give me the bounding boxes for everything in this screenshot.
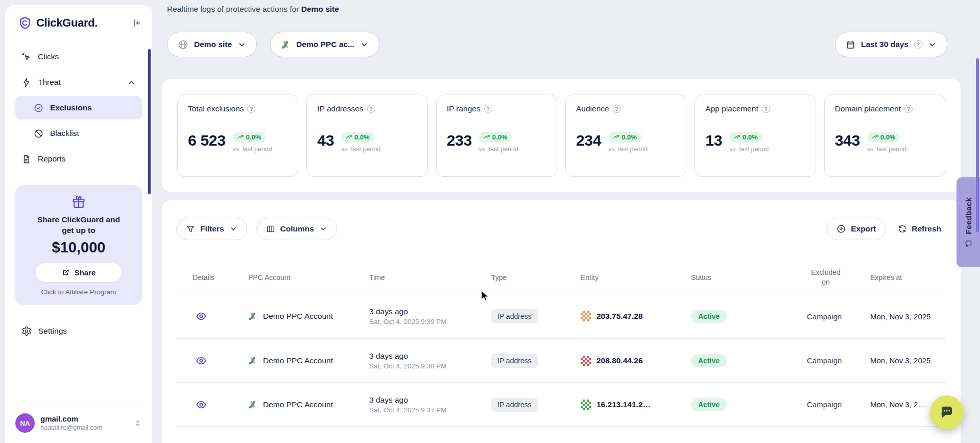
trend-up-icon [237, 134, 244, 141]
external-link-icon [62, 268, 70, 276]
clickguard-logo-icon [18, 16, 32, 30]
date-range-selector[interactable]: Last 30 days ? [835, 32, 947, 57]
page-scrollbar[interactable] [976, 58, 979, 232]
expires-at-value: Mon, Nov 3, 2025 [870, 356, 946, 365]
table-row: Demo PPC Account 3 days agoSat, Oct 4, 2… [176, 294, 946, 338]
sidebar-item-label: Exclusions [50, 103, 92, 112]
export-button[interactable]: Export [827, 218, 886, 240]
stat-card-total-exclusions: Total exclusions? 6 523 0.0% vs. last pe… [177, 95, 298, 177]
type-badge: IP address [491, 354, 538, 368]
help-icon[interactable]: ? [613, 105, 621, 113]
collapse-sidebar-button[interactable] [131, 17, 142, 29]
sidebar-item-label: Blacklist [50, 129, 79, 138]
refresh-icon [898, 224, 907, 234]
chevron-down-icon [229, 225, 237, 233]
entity-identicon [581, 400, 591, 410]
entity-value: 16.213.141.2… [596, 400, 651, 409]
shield-check-icon [34, 103, 43, 113]
stat-card-audience: Audience? 234 0.0% vs. last period [565, 95, 686, 177]
entity-value: 203.75.47.28 [596, 312, 643, 321]
time-relative: 3 days ago [369, 352, 491, 361]
promo-message: Share ClickGuard and get up to [23, 215, 134, 236]
ppc-account-selector-value: Demo PPC ac... [296, 40, 354, 49]
help-icon[interactable]: ? [484, 105, 492, 113]
filters-button-label: Filters [200, 224, 224, 234]
sidebar-item-clicks[interactable]: Clicks [15, 45, 142, 68]
gear-icon [21, 326, 32, 336]
sidebar-item-settings[interactable]: Settings [15, 319, 142, 343]
site-selector[interactable]: Demo site [167, 32, 257, 57]
eye-icon [196, 311, 207, 322]
trend-up-icon [346, 134, 352, 141]
subtitle-site-name: Demo site [301, 5, 339, 13]
time-relative: 3 days ago [369, 395, 491, 405]
chat-launcher-button[interactable] [930, 395, 964, 429]
trend-up-icon [484, 134, 490, 141]
eye-icon [196, 355, 207, 366]
chevron-up-down-icon [133, 419, 142, 428]
help-icon[interactable]: ? [247, 105, 255, 113]
stat-value: 343 [835, 133, 860, 148]
column-header-type: Type [491, 273, 581, 282]
entity-identicon [581, 311, 591, 321]
sidebar-scrollbar[interactable] [148, 49, 151, 194]
stat-label: Audience [576, 104, 609, 113]
affiliate-link[interactable]: Click to Affiliate Program [23, 288, 134, 296]
stat-sub: vs. last period [341, 146, 380, 153]
table-header-row: Details PPC Account Time Type Entity Sta… [176, 261, 946, 294]
help-icon[interactable]: ? [367, 105, 375, 113]
sidebar-item-reports[interactable]: Reports [15, 147, 142, 171]
share-button[interactable]: Share [36, 263, 122, 282]
chevron-down-icon [928, 40, 937, 49]
entity-identicon [581, 356, 591, 366]
help-icon[interactable]: ? [904, 105, 913, 113]
stat-label: Domain placement [835, 104, 901, 113]
columns-button[interactable]: Columns [256, 218, 337, 240]
sidebar: ClickGuard. Clicks Threat [5, 5, 152, 443]
status-badge: Active [691, 354, 727, 367]
chat-bubble-icon [939, 405, 954, 420]
stat-value: 233 [447, 133, 472, 148]
view-details-button[interactable] [194, 353, 209, 368]
stat-sub: vs. last period [233, 146, 272, 153]
chevron-down-icon [360, 40, 369, 49]
sidebar-item-exclusions[interactable]: Exclusions [15, 96, 142, 120]
stats-panel: Total exclusions? 6 523 0.0% vs. last pe… [162, 79, 961, 192]
site-selector-value: Demo site [194, 40, 232, 49]
help-icon[interactable]: ? [762, 105, 770, 113]
eye-icon [196, 399, 207, 410]
help-icon[interactable]: ? [914, 40, 922, 49]
trend-badge: 0.0% [608, 132, 641, 143]
filters-button[interactable]: Filters [176, 218, 247, 240]
refresh-button[interactable]: Refresh [893, 218, 946, 240]
threat-zap-icon [21, 78, 31, 87]
stat-sub: vs. last period [867, 146, 906, 153]
status-badge: Active [691, 398, 727, 411]
trend-up-icon [872, 134, 878, 141]
chevron-down-icon [237, 40, 246, 49]
sidebar-item-threat[interactable]: Threat [15, 71, 142, 94]
stat-delta: 0.0% [880, 133, 896, 141]
column-header-time: Time [369, 273, 491, 282]
export-button-label: Export [851, 224, 876, 234]
view-details-button[interactable] [194, 397, 209, 412]
ppc-account-selector[interactable]: Demo PPC ac... [270, 32, 379, 57]
sidebar-item-label: Reports [38, 154, 65, 164]
trend-badge: 0.0% [479, 132, 512, 143]
table-row: Demo PPC Account 3 days agoSat, Oct 4, 2… [176, 338, 946, 382]
stat-label: IP addresses [317, 104, 363, 113]
user-texts: gmail.com naatali.ro@gmail.com [40, 414, 102, 432]
google-ads-icon [248, 400, 257, 409]
table-row: Demo PPC Account 3 days agoSat, Oct 4, 2… [176, 382, 946, 426]
subtitle-text: Realtime logs of protective actions for [167, 5, 299, 13]
trend-up-icon [734, 134, 740, 141]
sidebar-item-blacklist[interactable]: Blacklist [15, 122, 142, 145]
stat-delta: 0.0% [354, 133, 370, 141]
cursor-click-icon [21, 52, 31, 62]
user-account-selector[interactable]: NA gmail.com naatali.ro@gmail.com [15, 406, 142, 433]
share-button-label: Share [75, 268, 96, 277]
view-details-button[interactable] [194, 309, 209, 324]
sidebar-nav: Clicks Threat Exclusions [15, 45, 142, 171]
time-absolute: Sat, Oct 4, 2025 9:38 PM [369, 362, 491, 370]
refresh-button-label: Refresh [912, 224, 941, 234]
